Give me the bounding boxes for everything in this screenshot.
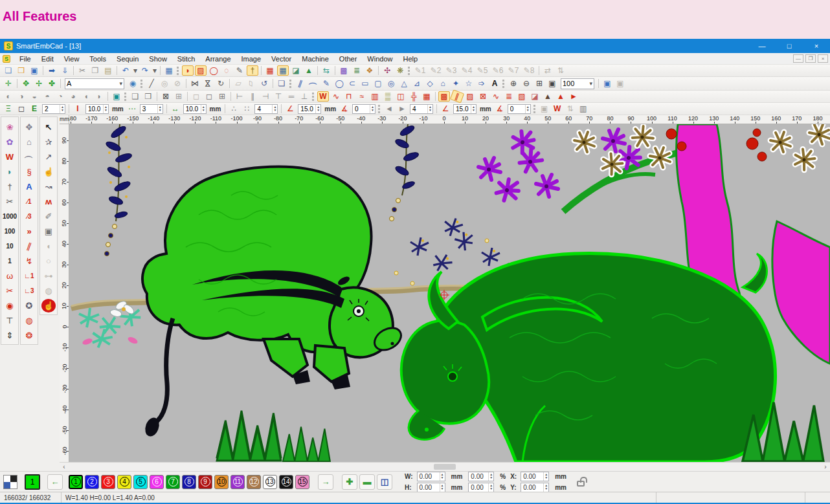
motif-run-tool-icon[interactable]: » [22,225,36,238]
menu-view[interactable]: View [59,54,85,63]
jump-stitch-icon[interactable]: ⊤ [3,314,17,327]
swap-icon[interactable]: ⇆ [320,65,332,76]
align-top-icon[interactable]: ⊤ [273,91,284,102]
fit-selection-icon[interactable]: ▣ [614,78,626,89]
toolbar-grip[interactable] [177,67,179,75]
skew-h-icon[interactable]: ▱ [232,78,244,89]
angle2-length-field[interactable]: 15.0▲▼ [453,104,477,114]
eyelet-icon[interactable]: ◍ [41,284,56,298]
spin-down-icon[interactable]: ▼ [489,476,493,479]
rotate45-icon[interactable]: ↻ [215,78,227,89]
preset-1-button[interactable]: 1 [3,254,17,268]
angle-length-icon[interactable]: ∠ [284,104,296,114]
mdi-document-icon[interactable]: S [3,55,10,63]
spinner-arrows-icon[interactable]: ▲▼ [525,105,530,113]
color-swatch-9[interactable]: 9 [198,475,212,489]
color-swatch-4[interactable]: 4 [117,475,131,489]
flower-single-icon[interactable]: ✿ [3,135,17,149]
mdi-close-button[interactable]: × [818,54,828,63]
toolbar-grip[interactable] [502,80,504,88]
color-swatch-15[interactable]: 15 [295,475,309,489]
tree2-fill-icon[interactable]: ▲ [555,91,566,102]
toolbar-grip[interactable] [408,67,410,75]
run-outline-icon[interactable]: ◯ [208,65,219,76]
reshape-box-icon[interactable]: ❏ [276,78,287,89]
text-icon[interactable]: A [489,78,500,89]
menu-stitch[interactable]: Stitch [172,54,201,63]
color-swatch-2[interactable]: 2 [85,475,99,489]
anchor-icon[interactable]: ✛ [3,78,14,89]
mirror-h-icon[interactable]: ⋈ [189,78,201,89]
font-combo[interactable]: A▾ [65,78,124,89]
spin-down-icon[interactable]: ▼ [429,109,432,112]
spinner-arrows-icon[interactable]: ▲▼ [471,105,476,113]
manual-stitch-icon[interactable]: ✎ [234,65,245,76]
pencil-5-icon[interactable]: ✎5 [475,65,489,76]
spin-down-icon[interactable]: ▼ [371,109,374,112]
design-canvas[interactable] [69,124,830,462]
spinner-arrows-icon[interactable]: ▲▼ [488,483,493,492]
hexagon-icon[interactable]: ○ [41,254,56,268]
overlap-color-icon[interactable]: ▣ [111,91,122,102]
trim-shape-icon[interactable]: ◑ [16,91,27,102]
wave-stitch-icon[interactable]: ≈ [356,91,368,102]
axis-field-0-value[interactable]: 0.00 [521,472,543,481]
axis-field-1[interactable]: 0.00▲▼ [521,483,549,492]
percent-field-0[interactable]: 0.00▲▼ [468,472,494,481]
diamond-icon[interactable]: ◇ [424,78,436,89]
menu-file[interactable]: File [14,54,36,63]
measure-icon[interactable]: ✐ [41,210,56,223]
spinner-arrows-icon[interactable]: ▲▼ [427,105,432,113]
node-chain-icon[interactable]: ✤ [46,78,58,89]
select-icon[interactable]: ↖ [41,120,56,134]
angle-length-field-value[interactable]: 15.0 [298,105,315,113]
tree-fill-icon[interactable]: ▲ [542,91,554,102]
cross-stitch-icon[interactable]: ╬ [408,91,420,102]
size-field-0[interactable]: 0.00▲▼ [417,472,445,481]
zigzag-stitch-icon[interactable]: ∿ [330,91,342,102]
minimize-button[interactable]: — [748,39,776,53]
cut-icon[interactable]: ✂ [76,65,88,76]
color-swatch-13[interactable]: 13 [263,475,277,489]
monogram-icon[interactable]: ⇅ [555,65,566,76]
close-button[interactable]: × [803,39,830,53]
preset-1000-button[interactable]: 1000 [3,210,17,223]
arc-icon[interactable]: ( [308,78,319,89]
scatter-sparse-icon[interactable]: ∴ [228,104,240,114]
run-count-field[interactable]: 3▲▼ [140,104,163,114]
spinner-arrows-icon[interactable]: ▲▼ [370,105,375,113]
menu-help[interactable]: Help [398,54,423,63]
undo-dropdown-icon[interactable]: ▾ [133,65,138,76]
texture-fill-icon[interactable]: ◪ [529,91,541,102]
stop-hand-icon[interactable]: ☝ [41,299,56,312]
color-blocks-icon[interactable]: ▩ [338,65,350,76]
intersect-icon[interactable]: ◒ [28,91,40,102]
import-machine-icon[interactable]: ➡ [46,65,58,76]
pencil-7-icon[interactable]: ✎7 [506,65,521,76]
unlock-icon[interactable]: ⊞ [173,91,185,102]
gear-flower-icon[interactable]: ❋ [394,65,406,76]
undo-icon[interactable]: ↶ [120,65,131,76]
lock-icon[interactable]: ⊠ [160,91,172,102]
satin-width-icon[interactable]: I [72,104,84,114]
zoom-out-icon[interactable]: ⊖ [521,78,532,89]
weld-icon[interactable]: ◐ [3,91,14,102]
toolbar-grip[interactable] [378,105,380,113]
object-select-icon[interactable]: ✰ [41,135,56,149]
zoom-actual-icon[interactable]: ▣ [546,78,558,89]
divide-icon[interactable]: ◗ [93,91,105,102]
arc-segment-icon[interactable]: ⊂ [346,78,358,89]
line-icon[interactable]: ╱ [146,78,157,89]
swirl-fill-icon[interactable]: ► [568,91,579,102]
redo-dropdown-icon[interactable]: ▾ [152,65,157,76]
menu-tools[interactable]: Tools [84,54,111,63]
text-tool-icon[interactable]: A [22,180,36,193]
scroll-right-icon[interactable]: › [821,463,830,471]
letter-color-icon[interactable]: ◉ [127,78,139,89]
angle2-length-field-value[interactable]: 15.0 [454,105,471,113]
hatch-lines-icon[interactable]: ∥ [293,76,308,90]
angle2-a-field[interactable]: 0▲▼ [508,104,531,114]
color-bars-icon[interactable]: ≣ [351,65,363,76]
add-color-button[interactable]: ✚ [342,474,357,490]
bar-stitch-icon[interactable]: ▥ [369,91,381,102]
